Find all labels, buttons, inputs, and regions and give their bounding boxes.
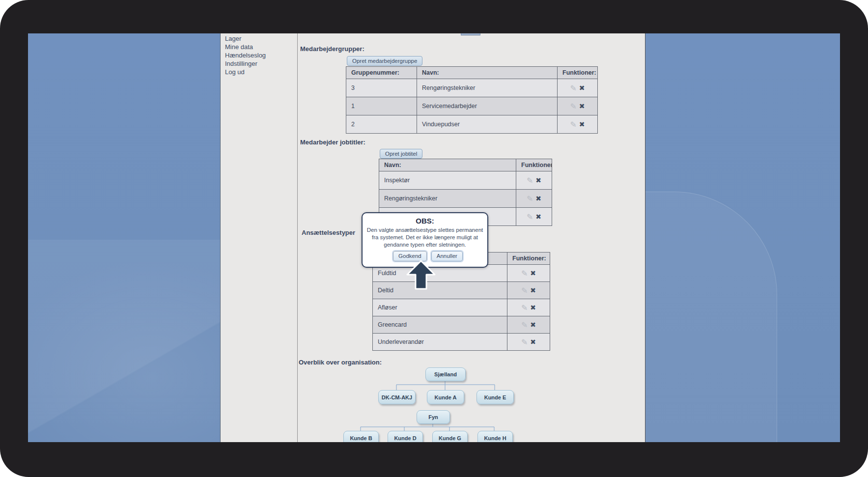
org-node-sjaelland[interactable]: Sjælland	[425, 367, 466, 381]
table-row: Rengøringstekniker ✎✖	[379, 190, 552, 208]
dialog-message: Den valgte ansættelsestype slettes perma…	[365, 226, 485, 249]
edit-icon[interactable]: ✎	[527, 194, 533, 203]
org-node-kunde-d[interactable]: Kunde D	[388, 431, 423, 442]
confirm-dialog: OBS: Den valgte ansættelsestype slettes …	[362, 212, 488, 268]
table-row: Greencard ✎✖	[373, 316, 550, 334]
org-node-kunde-h[interactable]: Kunde H	[477, 431, 513, 442]
delete-icon[interactable]: ✖	[530, 338, 536, 346]
employment-name-cell: Greencard	[373, 316, 507, 334]
confirm-button[interactable]: Godkend	[393, 251, 427, 261]
groups-header-row: Gruppenummer: Navn: Funktioner:	[346, 67, 598, 79]
delete-icon[interactable]: ✖	[530, 286, 536, 294]
table-row: Underleverandør ✎✖	[373, 334, 550, 351]
jobtitle-name-cell: Inspektør	[379, 171, 516, 190]
column-header-gruppenummer: Gruppenummer:	[346, 67, 417, 79]
group-number-cell: 2	[346, 115, 417, 134]
delete-icon[interactable]: ✖	[530, 269, 536, 277]
group-name-cell: Vinduepudser	[417, 115, 558, 134]
screenshot-canvas: Lager Mine data Hændelseslog Indstilling…	[0, 0, 868, 477]
group-name-cell: Servicemedarbejder	[417, 97, 558, 115]
edit-icon[interactable]: ✎	[521, 337, 528, 347]
groups-section-title: Medarbejdergrupper:	[300, 45, 364, 53]
screen: Lager Mine data Hændelseslog Indstilling…	[28, 33, 840, 442]
table-row: 1 Servicemedarbejder ✎✖	[346, 97, 598, 115]
delete-icon[interactable]: ✖	[530, 304, 536, 311]
table-row: Afløser ✎✖	[373, 299, 550, 316]
employment-name-cell: Underleverandør	[373, 334, 507, 351]
edit-icon[interactable]: ✎	[521, 286, 528, 295]
table-row: 3 Rengøringstekniker ✎✖	[346, 79, 598, 97]
org-node-kunde-g[interactable]: Kunde G	[432, 431, 468, 442]
organisation-section-title: Overblik over organisation:	[299, 359, 382, 366]
sidebar-item-mine-data[interactable]: Mine data	[225, 43, 253, 51]
edit-icon[interactable]: ✎	[570, 120, 576, 129]
delete-icon[interactable]: ✖	[579, 84, 585, 92]
employment-section-title: Ansættelsestyper	[302, 229, 355, 236]
edit-icon[interactable]: ✎	[570, 102, 576, 111]
table-row: 2 Vinduepudser ✎✖	[346, 115, 598, 134]
group-name-cell: Rengøringstekniker	[417, 79, 558, 97]
employment-name-cell: Deltid	[373, 282, 507, 299]
column-header-funktioner: Funktioner:	[507, 253, 550, 265]
sidebar-nav: Lager Mine data Hændelseslog Indstilling…	[221, 33, 298, 442]
edit-icon[interactable]: ✎	[521, 269, 528, 278]
org-node-fyn[interactable]: Fyn	[417, 410, 450, 424]
edit-icon[interactable]: ✎	[521, 303, 528, 312]
group-number-cell: 3	[346, 79, 417, 97]
dialog-buttons: Godkend Annuller	[363, 251, 487, 261]
cutoff-button[interactable]	[461, 33, 480, 35]
delete-icon[interactable]: ✖	[535, 195, 541, 202]
column-header-navn: Navn:	[379, 159, 516, 171]
column-header-funktioner: Funktioner:	[516, 159, 552, 171]
edit-icon[interactable]: ✎	[527, 212, 533, 222]
sidebar-item-haendelseslog[interactable]: Hændelseslog	[225, 52, 266, 59]
create-group-button[interactable]: Opret medarbejdergruppe	[347, 56, 422, 66]
jobtitle-name-cell: Rengøringstekniker	[379, 190, 516, 208]
delete-icon[interactable]: ✖	[530, 321, 536, 329]
edit-icon[interactable]: ✎	[521, 320, 528, 330]
cancel-button[interactable]: Annuller	[431, 251, 463, 261]
table-row: Deltid ✎✖	[373, 282, 550, 299]
create-jobtitle-button[interactable]: Opret jobtitel	[380, 149, 422, 159]
org-node-kunde-b[interactable]: Kunde B	[343, 431, 379, 442]
org-node-kunde-e[interactable]: Kunde E	[476, 390, 514, 404]
employment-name-cell: Afløser	[373, 299, 507, 316]
delete-icon[interactable]: ✖	[535, 176, 541, 184]
sidebar-item-log-ud[interactable]: Log ud	[225, 68, 245, 76]
delete-icon[interactable]: ✖	[579, 102, 585, 110]
org-node-dk-cm-akj[interactable]: DK-CM-AKJ	[378, 390, 416, 404]
delete-icon[interactable]: ✖	[579, 120, 585, 128]
jobtitles-header-row: Navn: Funktioner:	[379, 159, 552, 171]
edit-icon[interactable]: ✎	[570, 84, 576, 93]
sidebar-item-lager[interactable]: Lager	[225, 35, 241, 42]
edit-icon[interactable]: ✎	[527, 176, 533, 185]
delete-icon[interactable]: ✖	[535, 213, 541, 221]
column-header-funktioner: Funktioner:	[558, 67, 598, 79]
jobtitles-section-title: Medarbejder jobtitler:	[300, 139, 365, 146]
group-number-cell: 1	[346, 97, 417, 115]
dialog-title: OBS:	[363, 217, 487, 225]
column-header-navn: Navn:	[417, 67, 558, 79]
sidebar-item-indstillinger[interactable]: Indstillinger	[225, 60, 257, 67]
table-row: Inspektør ✎✖	[379, 171, 552, 190]
app-page: Lager Mine data Hændelseslog Indstilling…	[220, 33, 645, 442]
org-node-kunde-a[interactable]: Kunde A	[427, 390, 464, 404]
groups-table: Gruppenummer: Navn: Funktioner: 3 Rengør…	[346, 66, 598, 134]
